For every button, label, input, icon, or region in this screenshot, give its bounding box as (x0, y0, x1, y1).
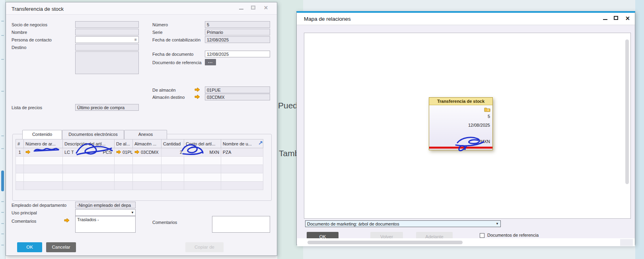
comments2-textarea[interactable] (212, 216, 270, 233)
close-button[interactable]: ✕ (264, 5, 268, 11)
close-icon: ✕ (264, 5, 268, 11)
cost-cell[interactable]: MXN (184, 148, 221, 157)
list-menu-icon[interactable]: ≡ (134, 37, 137, 42)
edge-mark (1, 135, 4, 136)
reference-document-button[interactable]: ... (205, 59, 216, 65)
tree-type-dropdown[interactable]: Documento de marketing: árbol de documen… (305, 220, 501, 227)
table-row-empty (16, 165, 263, 173)
column-header[interactable]: Número de ar... (24, 139, 63, 148)
scrollbar-thumb[interactable] (1, 171, 4, 191)
column-header[interactable]: Descripción del artí... (63, 139, 115, 148)
from-warehouse-field: 01PUE (205, 86, 270, 93)
to-warehouse: 03CDMX (141, 150, 159, 155)
table-row-empty (16, 182, 263, 190)
link-arrow-icon[interactable] (195, 94, 200, 99)
column-header[interactable]: Nombre de u... (221, 139, 263, 148)
card-title: Transferencia de stock (429, 98, 492, 105)
to-warehouse-cell[interactable]: 03CDMX (133, 148, 161, 157)
background-text-fragment: También (279, 149, 297, 158)
horizontal-scrollbar-thumb[interactable] (307, 241, 463, 244)
card-doc-number: 5 (488, 114, 490, 119)
field-label: Nombre (12, 30, 27, 35)
destination-field (75, 44, 139, 51)
edge-mark (1, 223, 4, 224)
close-button[interactable]: ✕ (625, 15, 630, 22)
tab-documentos-electronicos[interactable]: Documentos electrónicos (62, 130, 124, 139)
article-number-cell[interactable] (24, 148, 63, 157)
from-warehouse-cell[interactable]: 01PU (115, 148, 133, 157)
link-arrow-icon[interactable] (25, 150, 31, 154)
edge-mark (1, 233, 4, 234)
title-bar[interactable]: Transferencia de stock ✕ (6, 2, 277, 15)
field-label: Comentarios (12, 219, 36, 224)
description-cell[interactable]: LC TPCS (63, 148, 115, 157)
checkbox-label: Documentos de referencia (487, 233, 539, 237)
column-header[interactable]: De al... (115, 139, 133, 148)
stock-transfer-card[interactable]: Transferencia de stock 5 12/08/2025 MXN (429, 97, 493, 150)
field-label: Empleado del departamento (12, 203, 73, 208)
uom-cell[interactable]: PZA (221, 148, 263, 157)
link-arrow-icon[interactable] (195, 87, 200, 92)
copy-from-button[interactable]: Copiar de (185, 242, 224, 252)
link-arrow-icon[interactable] (134, 150, 140, 154)
department-employee-field[interactable]: -Ningún empleado del depa (75, 202, 136, 208)
ok-button[interactable]: OK (17, 242, 42, 252)
document-folder-icon (484, 107, 490, 112)
expand-form-icon[interactable]: ↗ (258, 139, 263, 146)
column-header[interactable]: Cantidad (161, 139, 184, 148)
maximize-button[interactable] (614, 16, 618, 20)
edge-mark (1, 245, 4, 245)
edge-mark (1, 59, 4, 60)
maximize-button[interactable] (251, 6, 255, 10)
title-bar[interactable]: Mapa de relaciones ✕ (297, 13, 635, 25)
field-label: Comentarios (152, 220, 177, 225)
cancel-button[interactable]: Cancelar (46, 242, 76, 252)
document-date-field[interactable]: 12/08/2025 (205, 51, 270, 57)
field-label: Fecha de documento (152, 52, 193, 57)
field-label: Persona de contacto (12, 37, 52, 42)
minimize-icon (603, 19, 607, 20)
posting-date-field: 12/08/2025 (205, 36, 270, 43)
edge-mark (1, 91, 4, 92)
link-arrow-icon[interactable] (116, 150, 121, 154)
close-icon: ✕ (625, 15, 630, 22)
from-warehouse: 01PU (123, 150, 133, 155)
field-label: Socio de negocios (12, 22, 47, 27)
table-header-row: # Número de ar... Descripción del artí..… (16, 139, 263, 148)
table-row[interactable]: 1 LC TPCS 01PU 03CDMX 2 MXN PZA (16, 148, 263, 157)
field-label: Número (152, 22, 168, 27)
row-number-cell[interactable]: 1 (16, 148, 24, 157)
field-label: De almacén (152, 88, 176, 92)
minimize-button[interactable] (239, 9, 243, 10)
tab-anexos[interactable]: Anexos (124, 130, 167, 139)
destination-address-box (75, 51, 139, 74)
field-label: Lista de precios (12, 105, 42, 110)
reference-documents-checkbox[interactable] (480, 233, 484, 238)
column-header[interactable]: Costo del artí... (184, 139, 221, 148)
horizontal-scrollbar[interactable] (297, 238, 635, 246)
background-edge-panel (0, 0, 6, 259)
scrollbar-corner (620, 239, 633, 246)
price-list-field: Último precio de compra (75, 104, 139, 111)
business-partner-field (75, 21, 139, 28)
background-text-fragment: Puede (278, 101, 297, 110)
link-arrow-icon[interactable] (64, 218, 70, 223)
contact-person-field[interactable] (75, 36, 139, 43)
card-status-stripe (429, 147, 492, 149)
main-usage-dropdown[interactable]: ▼ (75, 209, 136, 216)
tree-type-value: Documento de marketing: árbol de documen… (307, 222, 399, 226)
minimize-icon (239, 9, 243, 10)
tab-contenido[interactable]: Contenido (22, 130, 62, 139)
minimize-button[interactable] (603, 19, 607, 20)
comments-textarea[interactable]: Traslados - (75, 216, 136, 233)
field-label: Almacén destino (152, 95, 185, 100)
column-header[interactable]: Almacén ... (133, 139, 161, 148)
quantity-cell[interactable]: 2 (161, 148, 184, 157)
column-header[interactable]: # (16, 139, 24, 148)
maximize-icon (614, 16, 618, 20)
edge-mark (1, 35, 4, 36)
edge-mark (1, 148, 4, 149)
relationship-map-window: Mapa de relaciones ✕ Transferencia de st… (296, 11, 635, 245)
edge-mark (1, 212, 4, 213)
vertical-scrollbar-thumb[interactable] (625, 39, 629, 184)
